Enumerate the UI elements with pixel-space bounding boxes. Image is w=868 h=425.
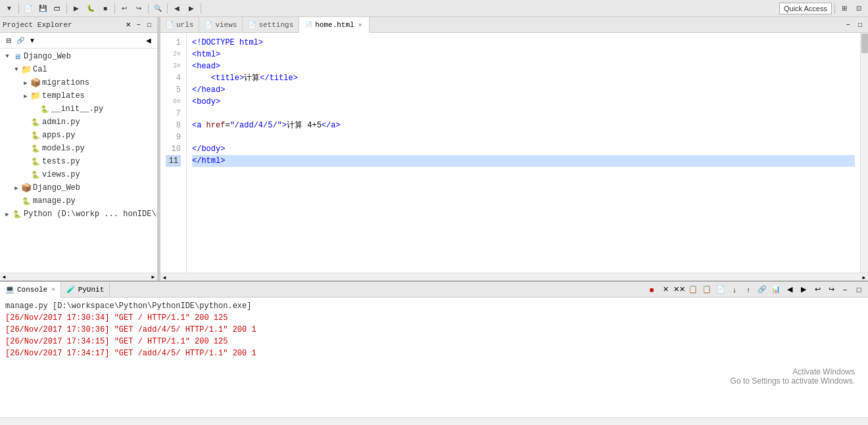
line-num-11: 11 [166,155,181,167]
icon-python: 🐍 [12,209,22,219]
sep2 [66,3,67,14]
console-collapse-btn[interactable]: ↩ [811,283,824,296]
console-scroll-lock-btn[interactable]: ↓ [728,283,741,296]
editor-scroll-left[interactable]: ◀ [160,273,168,280]
collapse-all-btn[interactable]: ⊟ [3,35,14,47]
windows-btn[interactable]: ⊡ [852,2,865,15]
console-word-wrap-btn[interactable]: 📊 [769,283,783,296]
label-init: __init__.py [51,104,103,114]
console-copy-btn[interactable]: 📋 [687,283,700,296]
tree-item-python[interactable]: ▶ 🐍 Python (D:\workp ... honIDE\pytl [0,208,157,221]
explorer-menu-btn[interactable]: ▼ [26,35,38,47]
console-h-scrollbar [0,417,868,425]
tree-item-apps[interactable]: ▶ 🐍 apps.py [0,129,157,142]
link-editor-btn[interactable]: 🔗 [14,35,26,47]
tab-home-html[interactable]: 📄 home.html ✕ [299,17,369,33]
bottom-panel: 💻 Console ✕ 🧪 PyUnit ■ ✕ ✕✕ 📋 📋 📄 ↓ ↑ 🔗 … [0,280,868,425]
tree-item-cal[interactable]: ▼ 📁 Cal [0,63,157,76]
explorer-close-btn[interactable]: ✕ [123,20,133,30]
v-scrollbar[interactable] [860,33,868,273]
tree-item-init[interactable]: ▶ 🐍 __init__.py [0,102,157,116]
tab-min-btn[interactable]: − [843,20,854,30]
console-remove-btn[interactable]: ✕ [659,283,672,296]
tab-settings[interactable]: 📄 settings [243,17,299,32]
tab-views[interactable]: 📄 views [199,17,243,32]
label-cal: Cal [33,65,47,74]
undo-btn[interactable]: ↩ [118,2,131,15]
console-log-0: [26/Nov/2017 17:30:34] "GET / HTTP/1.1" … [5,312,863,324]
tree-item-django-web2[interactable]: ▶ 📦 Django_Web [0,181,157,194]
console-stop-btn[interactable]: ■ [645,283,658,296]
console-log-2: [26/Nov/2017 17:34:15] "GET / HTTP/1.1" … [5,336,863,347]
file-tree: ▼ 🖥 Django_Web ▼ 📁 Cal ▶ 📦 migrations [0,49,157,273]
explorer-minimize-btn[interactable]: − [133,20,144,30]
left-scroll-right[interactable]: ▶ [149,273,157,281]
console-pin-btn[interactable]: 🔗 [756,283,769,296]
new-file-btn[interactable]: 📄 [22,2,35,15]
tab-label-settings: settings [258,21,293,29]
line-num-4: 4 [166,72,181,84]
save-all-btn[interactable]: 🗃 [51,2,64,15]
icon-templates: 📁 [30,91,41,101]
code-line-5: </head> [192,84,855,96]
console-tab-pyunit[interactable]: 🧪 PyUnit [61,282,110,297]
toolbar-btn-1[interactable]: ▼ [3,2,16,15]
sep3 [114,3,115,14]
right-panel: 📄 urls 📄 views 📄 settings 📄 home.html ✕ [160,17,868,280]
tree-item-models[interactable]: ▶ 🐍 models.py [0,142,157,155]
line-num-5: 5 [166,84,181,96]
left-panel: Project Explorer ✕ − □ ⊟ 🔗 ▼ ◀ ▼ 🖥 Djang… [0,17,158,280]
search-btn[interactable]: 🔍 [151,2,164,15]
left-scroll-left[interactable]: ◀ [0,273,8,281]
tree-item-manage[interactable]: ▶ 🐍 manage.py [0,194,157,208]
sep7 [834,3,835,14]
nav-back-btn[interactable]: ◀ [170,2,183,15]
console-find-btn[interactable]: ↑ [742,283,755,296]
console-expand-btn[interactable]: ↪ [825,283,838,296]
console-prev-btn[interactable]: ◀ [783,283,796,296]
stop-btn[interactable]: ■ [99,2,112,15]
tree-item-django-web[interactable]: ▼ 🖥 Django_Web [0,50,157,63]
tree-item-tests[interactable]: ▶ 🐍 tests.py [0,155,157,168]
tab-close-home-html[interactable]: ✕ [357,20,364,30]
arrow-django-web2: ▶ [12,183,21,192]
console-max-btn[interactable]: □ [852,283,865,296]
tree-item-migrations[interactable]: ▶ 📦 migrations [0,76,157,89]
tab-bar-buttons: − □ [840,17,868,32]
explorer-maximize-btn[interactable]: □ [144,20,155,30]
nav-fwd-btn[interactable]: ▶ [185,2,198,15]
project-explorer-title: Project Explorer [3,21,123,29]
console-next-btn[interactable]: ▶ [797,283,810,296]
sep1 [18,3,19,14]
v-scrollbar-thumb[interactable] [861,34,868,53]
console-close[interactable]: ✕ [51,286,55,293]
redo-btn[interactable]: ↪ [132,2,145,15]
label-models: models.py [42,144,85,153]
console-tab-console[interactable]: 💻 Console ✕ [0,282,61,298]
tab-urls[interactable]: 📄 urls [160,17,199,32]
tab-spacer [370,17,840,32]
line-num-2: 2≡ [166,49,181,60]
run-btn[interactable]: ▶ [70,2,83,15]
perspective-btn[interactable]: ⊞ [838,2,851,15]
debug-btn[interactable]: 🐛 [84,2,97,15]
save-btn[interactable]: 💾 [36,2,49,15]
tab-max-btn[interactable]: □ [855,20,865,30]
console-command-line: manage.py [D:\workspace\Python\PythonIDE… [5,300,863,312]
quick-access-button[interactable]: Quick Access [779,3,832,14]
console-min-btn[interactable]: − [838,283,852,296]
editor-scroll-right[interactable]: ▶ [860,273,868,280]
label-admin: admin.py [42,118,80,127]
sep6 [201,3,201,14]
label-django-web: Django_Web [24,52,71,61]
console-remove-all-btn[interactable]: ✕✕ [673,283,686,296]
explorer-back-btn[interactable]: ◀ [143,35,155,47]
icon-views: 🐍 [30,169,41,180]
console-paste-btn[interactable]: 📋 [700,283,713,296]
tree-item-views[interactable]: ▶ 🐍 views.py [0,168,157,181]
tree-item-templates[interactable]: ▶ 📁 templates [0,89,157,102]
console-clear-btn[interactable]: 📄 [714,283,727,296]
code-area[interactable]: <!DOCTYPE html><html><head> <title>计算</t… [187,33,860,273]
tree-item-admin[interactable]: ▶ 🐍 admin.py [0,116,157,129]
console-log-3: [26/Nov/2017 17:34:17] "GET /add/4/5/ HT… [5,347,863,359]
